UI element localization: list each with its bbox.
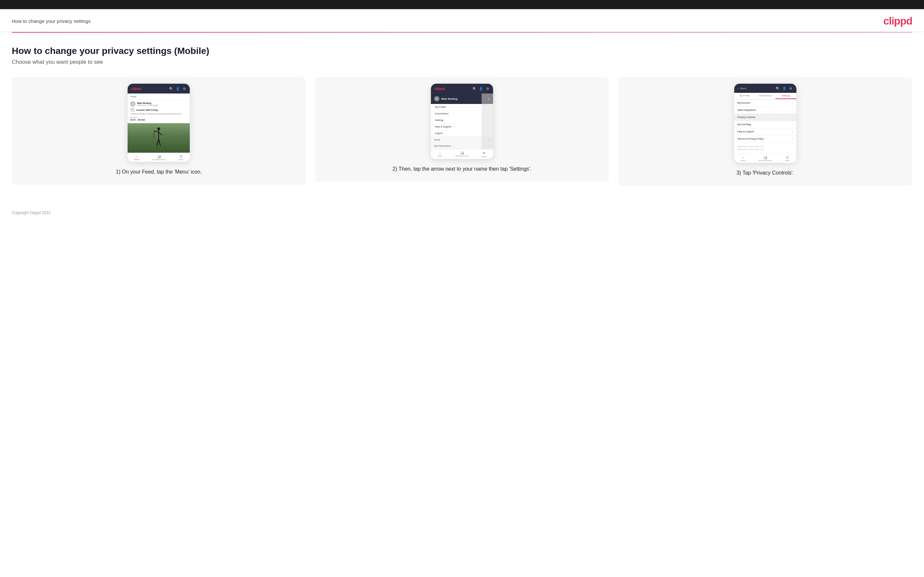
nav-home-3: ⌂ Home bbox=[741, 156, 746, 161]
menu-label-2: Menu bbox=[482, 156, 486, 158]
menu-item-label: Logout bbox=[435, 132, 443, 135]
performance-icon: 📊 bbox=[157, 155, 161, 158]
duration-value: 01 hr : 30 min bbox=[130, 119, 187, 121]
settings-item-help-support[interactable]: Help & Support ↗ bbox=[734, 128, 796, 135]
golfer-silhouette bbox=[152, 127, 165, 149]
user-icon-2: 👤 bbox=[479, 86, 483, 91]
lesson-icon: 📋 bbox=[130, 108, 135, 112]
version-line-1: Clippd Client Version: 2022.8.3-3 bbox=[738, 145, 793, 148]
phone-icons-1: 🔍 👤 ⚙ bbox=[169, 86, 186, 91]
logo: clippd bbox=[884, 15, 912, 27]
settings-item-privacy-controls[interactable]: Privacy Controls › bbox=[734, 114, 796, 121]
performance-label-3: My Performance bbox=[759, 160, 772, 161]
menu-label-3: Menu bbox=[785, 160, 790, 161]
step-3: ‹ Back 🔍 👤 ⚙ My Profile Connections Sett… bbox=[618, 77, 912, 186]
feed-avatar: B bbox=[130, 102, 136, 106]
settings-icon-3: ⚙ bbox=[788, 86, 793, 90]
user-icon: 👤 bbox=[175, 86, 180, 91]
phone-icons-2: 🔍 👤 ⚙ bbox=[472, 86, 490, 91]
step-3-caption: 3) Tap 'Privacy Controls'. bbox=[737, 169, 794, 177]
copyright-text: Copyright Clippd 2022 bbox=[12, 211, 51, 215]
nav-performance-1: 📊 My Performance bbox=[152, 155, 166, 161]
tab-settings[interactable]: Settings bbox=[775, 93, 796, 99]
section-label: Home bbox=[434, 139, 440, 141]
tab-connections[interactable]: Connections bbox=[755, 93, 775, 99]
menu-overlay: B Blair McHarg ∧ My Profile Connections … bbox=[431, 93, 493, 149]
step-1-caption: 1) On your Feed, tap the 'Menu' icon. bbox=[116, 168, 202, 176]
feed-item: B Blair McHarg Yesterday · Sunningdale 📋… bbox=[128, 99, 190, 123]
phone-header-1: clippd 🔍 👤 ⚙ bbox=[128, 84, 190, 93]
menu-icon-3: ☰ bbox=[786, 156, 789, 159]
settings-item-label: Help & Support bbox=[738, 130, 754, 133]
menu-username: Blair McHarg bbox=[441, 97, 457, 100]
settings-item-service-privacy[interactable]: Service & Privacy Policy ↗ bbox=[734, 135, 796, 143]
phone-mockup-3: ‹ Back 🔍 👤 ⚙ My Profile Connections Sett… bbox=[734, 84, 796, 163]
chevron-right-icon: › bbox=[792, 123, 793, 126]
phone-bottom-nav-3: ⌂ Home 📊 My Performance ☰ Menu bbox=[734, 154, 796, 163]
feed-user-row: B Blair McHarg Yesterday · Sunningdale bbox=[130, 102, 187, 106]
back-arrow-icon: ‹ bbox=[738, 87, 738, 90]
page-subheading: Choose what you want people to see bbox=[12, 59, 912, 65]
svg-line-2 bbox=[154, 131, 159, 132]
tab-my-profile[interactable]: My Profile bbox=[734, 93, 755, 99]
phone-mockup-1: clippd 🔍 👤 ⚙ Feed B Blair McHarg bbox=[128, 84, 190, 162]
search-icon: 🔍 bbox=[169, 86, 173, 91]
settings-tabs: My Profile Connections Settings bbox=[734, 93, 796, 99]
main-content: How to change your privacy settings (Mob… bbox=[0, 33, 924, 186]
nav-home-2: ⌂ Home bbox=[438, 151, 443, 158]
home-icon-2: ⌂ bbox=[439, 151, 441, 155]
menu-item-label: My Profile bbox=[435, 106, 446, 108]
nav-menu-3[interactable]: ☰ Menu bbox=[785, 156, 790, 161]
home-label: Home bbox=[134, 158, 139, 161]
phone-logo-1: clippd bbox=[131, 87, 141, 90]
lesson-row: 📋 Lesson with Fordy bbox=[130, 108, 187, 112]
chevron-right-icon: › bbox=[792, 116, 793, 119]
steps-container: clippd 🔍 👤 ⚙ Feed B Blair McHarg bbox=[12, 77, 912, 186]
settings-item-label: My Golf Bag bbox=[738, 123, 751, 126]
phone-logo-2: clippd bbox=[434, 87, 445, 90]
step-1: clippd 🔍 👤 ⚙ Feed B Blair McHarg bbox=[12, 77, 306, 185]
feed-user-sub: Yesterday · Sunningdale bbox=[137, 104, 158, 106]
phone-bottom-nav-2: ⌂ Home 📊 My Performance ✕ Menu bbox=[431, 149, 493, 159]
top-bar bbox=[0, 0, 924, 9]
performance-label: My Performance bbox=[152, 158, 166, 161]
chevron-right-icon: › bbox=[792, 108, 793, 111]
phone-bottom-nav-1: ⌂ Home 📊 My Performance ☰ Menu bbox=[128, 153, 190, 162]
svg-line-6 bbox=[154, 131, 155, 137]
phone-mockup-2: clippd 🔍 👤 ⚙ B Blair McHarg bbox=[431, 84, 493, 159]
nav-menu-2[interactable]: ✕ Menu bbox=[482, 151, 486, 158]
step-2: clippd 🔍 👤 ⚙ B Blair McHarg bbox=[315, 77, 609, 182]
footer: Copyright Clippd 2022 bbox=[0, 205, 924, 220]
feed-desc: Looking to feel like my hands are exitin… bbox=[130, 113, 187, 115]
settings-item-label: My Account bbox=[738, 102, 750, 104]
settings-item-label: Service & Privacy Policy bbox=[738, 137, 764, 140]
section-label: My Performance bbox=[434, 145, 451, 147]
user-icon-3: 👤 bbox=[782, 86, 787, 90]
nav-home-1: ⌂ Home bbox=[134, 155, 139, 161]
external-link-icon: ↗ bbox=[454, 126, 455, 128]
duration-label: Duration bbox=[130, 116, 187, 118]
feed-label: Feed bbox=[128, 93, 190, 99]
settings-item-my-account[interactable]: My Account › bbox=[734, 99, 796, 106]
search-icon-3: 🔍 bbox=[775, 86, 780, 90]
settings-back-row: ‹ Back 🔍 👤 ⚙ bbox=[734, 84, 796, 93]
golf-image bbox=[128, 123, 190, 153]
performance-icon-3: 📊 bbox=[763, 156, 767, 159]
svg-line-4 bbox=[157, 139, 159, 146]
settings-item-my-golf-bag[interactable]: My Golf Bag › bbox=[734, 121, 796, 128]
nav-menu-1[interactable]: ☰ Menu bbox=[179, 155, 183, 161]
settings-icon-2: ⚙ bbox=[485, 86, 490, 91]
search-icon-2: 🔍 bbox=[472, 86, 477, 91]
menu-item-label: Connections bbox=[435, 112, 449, 115]
home-label-2: Home bbox=[438, 155, 443, 157]
home-icon: ⌂ bbox=[136, 155, 138, 158]
settings-item-data-integrations[interactable]: Data Integrations › bbox=[734, 106, 796, 114]
menu-item-label: Settings bbox=[435, 119, 444, 122]
svg-line-3 bbox=[159, 132, 162, 135]
menu-item-label: Help & Support bbox=[435, 125, 452, 128]
nav-performance-2: 📊 My Performance bbox=[456, 151, 468, 158]
feed-user-info: Blair McHarg Yesterday · Sunningdale bbox=[137, 102, 158, 106]
step-2-caption: 2) Then, tap the arrow next to your name… bbox=[393, 165, 532, 172]
lesson-title: Lesson with Fordy bbox=[136, 108, 158, 111]
phone-icons-3: 🔍 👤 ⚙ bbox=[775, 86, 793, 90]
